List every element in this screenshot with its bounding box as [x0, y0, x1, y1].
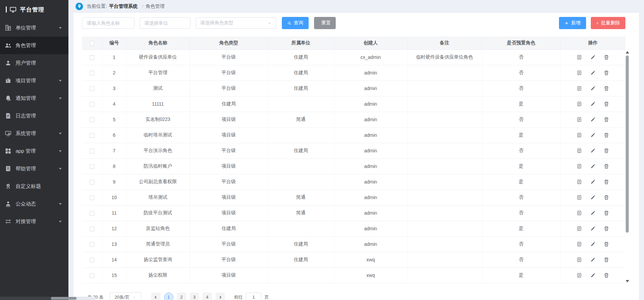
- view-button[interactable]: [577, 70, 582, 76]
- row-checkbox[interactable]: [90, 273, 95, 278]
- table-row[interactable]: 14 扬尘监管查询 平台级 住建局 xwq 否: [82, 252, 625, 267]
- view-button[interactable]: [577, 257, 582, 262]
- view-button[interactable]: [577, 132, 582, 138]
- row-checkbox[interactable]: [90, 133, 95, 138]
- view-button[interactable]: [577, 101, 582, 107]
- scroll-down-arrow-icon[interactable]: [626, 280, 629, 282]
- edit-button[interactable]: [590, 195, 596, 200]
- row-checkbox[interactable]: [90, 164, 95, 169]
- sidebar-item-user[interactable]: 用户管理: [0, 54, 68, 72]
- delete-button[interactable]: [604, 70, 609, 76]
- edit-button[interactable]: [590, 241, 596, 247]
- row-checkbox[interactable]: [90, 102, 95, 107]
- batch-delete-button[interactable]: 批量删除: [591, 17, 625, 29]
- view-button[interactable]: [577, 241, 582, 247]
- delete-button[interactable]: [604, 86, 609, 91]
- row-checkbox[interactable]: [90, 71, 95, 76]
- delete-button[interactable]: [604, 226, 609, 231]
- view-button[interactable]: [577, 210, 582, 216]
- row-checkbox[interactable]: [90, 86, 95, 91]
- view-button[interactable]: [577, 86, 582, 91]
- table-row[interactable]: 8 防汛临时账户 项目级 admin 是: [82, 158, 625, 174]
- sidebar-item-connect[interactable]: 对接管理: [0, 213, 68, 230]
- table-row[interactable]: 5 实名制0223 项目级 简通 admin 否: [82, 112, 625, 127]
- table-row[interactable]: 2 平台管理 平台级 住建局 admin 否: [82, 65, 625, 81]
- edit-button[interactable]: [590, 179, 596, 185]
- view-button[interactable]: [577, 55, 582, 60]
- table-row[interactable]: 12 质监站角色 住建局 admin 是: [82, 221, 625, 236]
- row-checkbox[interactable]: [90, 258, 95, 262]
- sidebar-item-bell[interactable]: 通知管理: [0, 89, 68, 107]
- table-row[interactable]: 7 平台演示角色 平台级 住建局 admin 否: [82, 143, 625, 158]
- view-button[interactable]: [577, 273, 582, 278]
- search-button[interactable]: 查询: [282, 17, 309, 29]
- delete-button[interactable]: [604, 148, 609, 153]
- add-button[interactable]: 新增: [559, 17, 586, 29]
- sidebar-item-public[interactable]: 公众动态: [0, 195, 68, 213]
- sidebar-item-appgrid[interactable]: app 管理: [0, 142, 68, 160]
- delete-button[interactable]: [604, 195, 609, 200]
- delete-button[interactable]: [604, 101, 609, 107]
- row-checkbox[interactable]: [90, 242, 95, 247]
- edit-button[interactable]: [590, 148, 596, 153]
- view-button[interactable]: [577, 179, 582, 185]
- unit-input[interactable]: [140, 17, 190, 29]
- table-row[interactable]: 9 公司副总查看权限 平台级 admin 是: [82, 174, 625, 190]
- edit-button[interactable]: [590, 226, 596, 231]
- delete-button[interactable]: [604, 210, 609, 216]
- row-checkbox[interactable]: [90, 195, 95, 200]
- horizontal-scrollbar-thumb[interactable]: [51, 297, 77, 300]
- table-row[interactable]: 3 测试 平台级 住建局 admin 否: [82, 81, 625, 96]
- edit-button[interactable]: [590, 257, 596, 262]
- view-button[interactable]: [577, 195, 582, 200]
- view-button[interactable]: [577, 148, 582, 153]
- table-row[interactable]: 13 简通管理员 平台级 住建局 admin 否: [82, 236, 625, 252]
- edit-button[interactable]: [590, 132, 596, 138]
- row-checkbox[interactable]: [90, 211, 95, 216]
- sidebar-item-roles[interactable]: 角色管理: [0, 37, 68, 54]
- delete-button[interactable]: [604, 132, 609, 138]
- edit-button[interactable]: [590, 164, 596, 169]
- delete-button[interactable]: [604, 164, 609, 169]
- delete-button[interactable]: [604, 273, 609, 278]
- view-button[interactable]: [577, 164, 582, 169]
- row-checkbox[interactable]: [90, 117, 95, 122]
- row-checkbox[interactable]: [90, 227, 95, 231]
- table-row[interactable]: 10 塔吊测试 项目级 简通 admin 否: [82, 190, 625, 205]
- edit-button[interactable]: [590, 273, 596, 278]
- sidebar-item-building[interactable]: 单位管理: [0, 19, 68, 37]
- row-checkbox[interactable]: [90, 149, 95, 153]
- table-row[interactable]: 1 硬件设备供应单位 平台级 住建局 cx_admin 临时硬件设备供应单位角色…: [82, 49, 625, 65]
- delete-button[interactable]: [604, 257, 609, 262]
- select-all-checkbox[interactable]: [90, 41, 95, 46]
- role-name-input[interactable]: [82, 17, 134, 29]
- sidebar-item-log[interactable]: 日志管理: [0, 107, 68, 125]
- edit-button[interactable]: [590, 210, 596, 216]
- table-row[interactable]: 11 防疫平台测试 项目级 简通 admin 否: [82, 205, 625, 221]
- scroll-up-arrow-icon[interactable]: [626, 51, 629, 53]
- edit-button[interactable]: [590, 117, 596, 122]
- delete-button[interactable]: [604, 241, 609, 247]
- reset-button[interactable]: 重置: [314, 17, 336, 29]
- sidebar-item-project[interactable]: 项目管理: [0, 72, 68, 89]
- edit-button[interactable]: [590, 101, 596, 107]
- delete-button[interactable]: [604, 179, 609, 185]
- delete-button[interactable]: [604, 55, 609, 60]
- row-checkbox[interactable]: [90, 55, 95, 60]
- edit-button[interactable]: [590, 86, 596, 91]
- sidebar-item-badge[interactable]: 自定义标题: [0, 177, 68, 195]
- view-button[interactable]: [577, 117, 582, 122]
- table-row[interactable]: 4 11111 住建局 admin 是: [82, 96, 625, 112]
- delete-button[interactable]: [604, 117, 609, 122]
- table-row[interactable]: 15 扬尘权限 项目级 xwq 是: [82, 267, 625, 283]
- scrollbar-thumb[interactable]: [626, 56, 629, 233]
- edit-button[interactable]: [590, 70, 596, 76]
- row-checkbox[interactable]: [90, 180, 95, 185]
- cell-preset: 是: [482, 267, 560, 283]
- sidebar-item-system[interactable]: 系统管理: [0, 125, 68, 142]
- view-button[interactable]: [577, 226, 582, 231]
- sidebar-item-help[interactable]: 帮助管理: [0, 160, 68, 177]
- role-type-select[interactable]: 请选择角色类型: [196, 17, 276, 29]
- table-row[interactable]: 6 临时塔吊测试 项目级 admin 是: [82, 127, 625, 143]
- edit-button[interactable]: [590, 55, 596, 60]
